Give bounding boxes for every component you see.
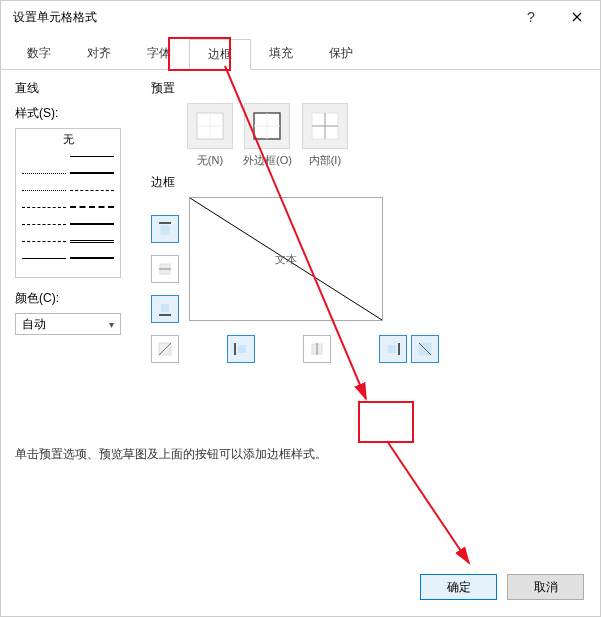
line-style-option[interactable] (22, 218, 114, 230)
border-heading: 边框 (151, 174, 586, 191)
border-top-icon (157, 221, 173, 237)
preset-inside-icon (311, 112, 339, 140)
line-color-select[interactable]: 自动 ▾ (15, 313, 121, 335)
close-button[interactable] (554, 1, 600, 33)
annotation-redbox-diag (358, 401, 414, 443)
tab-strip: 数字 对齐 字体 边框 填充 保护 (1, 33, 600, 70)
window-title: 设置单元格格式 (13, 9, 508, 26)
preset-row: 无(N) 外边框(O) 内部(I) (187, 103, 586, 168)
border-preview[interactable]: 文本 (189, 197, 383, 321)
svg-rect-10 (161, 226, 169, 234)
border-left-button[interactable] (227, 335, 255, 363)
tab-number[interactable]: 数字 (9, 39, 69, 69)
line-style-option[interactable] (22, 167, 114, 179)
border-bottom-button[interactable] (151, 295, 179, 323)
border-middle-v-button[interactable] (303, 335, 331, 363)
svg-rect-13 (161, 304, 169, 312)
line-style-option[interactable] (22, 201, 114, 213)
border-bottom-icon (157, 301, 173, 317)
titlebar: 设置单元格格式 ? (1, 1, 600, 33)
border-right-button[interactable] (379, 335, 407, 363)
format-cells-dialog: 设置单元格格式 ? 数字 对齐 字体 边框 填充 保护 直线 样式(S): 无 (0, 0, 601, 617)
tab-protection[interactable]: 保护 (311, 39, 371, 69)
preset-none-button[interactable] (187, 103, 233, 149)
svg-rect-19 (238, 345, 246, 353)
border-middle-h-icon (157, 261, 173, 277)
tab-fill[interactable]: 填充 (251, 39, 311, 69)
line-color-value: 自动 (22, 316, 46, 333)
border-right-icon (385, 341, 401, 357)
color-label: 颜色(C): (15, 290, 135, 307)
diag-down-icon (417, 341, 433, 357)
border-diag-down-button[interactable] (411, 335, 439, 363)
border-middle-h-button[interactable] (151, 255, 179, 283)
preset-none[interactable]: 无(N) (187, 103, 233, 168)
line-heading: 直线 (15, 80, 135, 97)
line-style-list[interactable]: 无 (15, 128, 121, 278)
preview-text: 文本 (275, 252, 297, 267)
cancel-button[interactable]: 取消 (507, 574, 584, 600)
border-bottom-buttons (151, 335, 586, 363)
style-label: 样式(S): (15, 105, 135, 122)
border-middle-v-icon (309, 341, 325, 357)
border-preview-area: 文本 (151, 197, 586, 363)
preset-heading: 预置 (151, 80, 586, 97)
preset-outline[interactable]: 外边框(O) (243, 103, 292, 168)
border-left-icon (233, 341, 249, 357)
hint-text: 单击预置选项、预览草图及上面的按钮可以添加边框样式。 (15, 446, 327, 463)
line-style-option[interactable] (22, 150, 114, 162)
border-diag-up-button[interactable] (151, 335, 179, 363)
chevron-down-icon: ▾ (109, 319, 114, 330)
preset-outline-icon (253, 112, 281, 140)
line-section: 直线 样式(S): 无 (15, 80, 135, 335)
tab-border[interactable]: 边框 (189, 39, 251, 70)
dialog-buttons: 确定 取消 (420, 574, 584, 600)
border-side-buttons (151, 215, 179, 323)
line-style-option[interactable] (22, 184, 114, 196)
line-style-option[interactable] (22, 252, 114, 264)
preset-inside[interactable]: 内部(I) (302, 103, 348, 168)
preset-inside-button[interactable] (302, 103, 348, 149)
svg-rect-22 (388, 345, 396, 353)
svg-line-27 (387, 441, 469, 563)
diag-up-icon (157, 341, 173, 357)
line-style-none[interactable]: 无 (22, 133, 114, 145)
preset-border-section: 预置 无(N) 外边框(O) (151, 80, 586, 363)
ok-button[interactable]: 确定 (420, 574, 497, 600)
dialog-body: 直线 样式(S): 无 (1, 70, 600, 84)
tab-font[interactable]: 字体 (129, 39, 189, 69)
tab-alignment[interactable]: 对齐 (69, 39, 129, 69)
close-icon (572, 12, 582, 22)
line-style-option[interactable] (22, 235, 114, 247)
help-button[interactable]: ? (508, 1, 554, 33)
border-top-button[interactable] (151, 215, 179, 243)
preset-none-icon (196, 112, 224, 140)
preset-outline-button[interactable] (244, 103, 290, 149)
